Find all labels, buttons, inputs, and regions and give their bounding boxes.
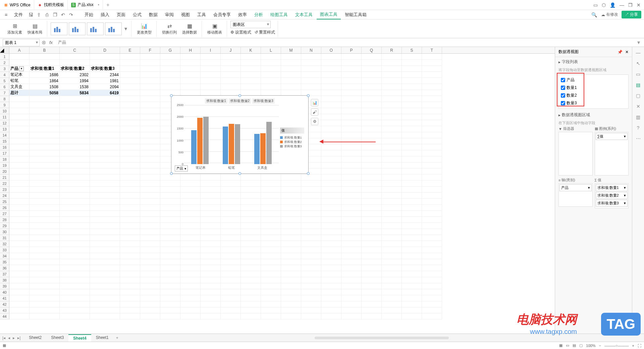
- cell[interactable]: [30, 54, 60, 60]
- minimize-icon[interactable]: —: [620, 2, 624, 8]
- cell[interactable]: [120, 211, 140, 217]
- menu-file[interactable]: 文件: [11, 10, 26, 19]
- cell[interactable]: [261, 271, 281, 277]
- cell[interactable]: [261, 241, 281, 247]
- cell[interactable]: [402, 271, 422, 277]
- cell[interactable]: [362, 84, 382, 90]
- cell[interactable]: [140, 84, 160, 90]
- cell[interactable]: [382, 78, 402, 84]
- cell[interactable]: [281, 247, 301, 253]
- cell[interactable]: [90, 114, 120, 120]
- cell[interactable]: [60, 126, 90, 132]
- cell[interactable]: [90, 277, 120, 283]
- cell[interactable]: [341, 199, 362, 205]
- cell[interactable]: [241, 271, 261, 277]
- cell[interactable]: [90, 108, 120, 114]
- cell[interactable]: [281, 54, 301, 60]
- cell[interactable]: [422, 72, 442, 78]
- row-header[interactable]: 22: [0, 181, 9, 187]
- chart-bar[interactable]: [235, 124, 240, 164]
- cell[interactable]: [90, 199, 120, 205]
- cell[interactable]: [9, 114, 30, 120]
- cell[interactable]: [382, 193, 402, 199]
- col-header[interactable]: A: [9, 47, 30, 53]
- cell[interactable]: [382, 150, 402, 156]
- row-header[interactable]: 16: [0, 144, 9, 150]
- sheet-tab[interactable]: Sheet1: [91, 334, 113, 342]
- cell[interactable]: [221, 66, 241, 72]
- cell[interactable]: [422, 60, 442, 66]
- cell[interactable]: [9, 199, 30, 205]
- cell[interactable]: [402, 235, 422, 241]
- cell[interactable]: [261, 277, 281, 283]
- cell[interactable]: [160, 301, 180, 307]
- cell[interactable]: [362, 181, 382, 187]
- cell[interactable]: [30, 60, 60, 66]
- cell[interactable]: [60, 193, 90, 199]
- cell[interactable]: [321, 199, 341, 205]
- cell[interactable]: [382, 132, 402, 138]
- cell[interactable]: 1508: [30, 84, 60, 90]
- cell[interactable]: [180, 295, 201, 301]
- col-header[interactable]: O: [321, 47, 341, 53]
- cell[interactable]: [201, 84, 221, 90]
- cell[interactable]: [362, 72, 382, 78]
- close-panel-icon[interactable]: ✕: [625, 50, 629, 54]
- cell[interactable]: [341, 211, 362, 217]
- cell[interactable]: [180, 199, 201, 205]
- properties-icon[interactable]: ▢: [635, 93, 641, 99]
- cell[interactable]: [261, 199, 281, 205]
- cell[interactable]: 求和项:数量2: [60, 66, 90, 72]
- cell[interactable]: [362, 217, 382, 223]
- cell[interactable]: [30, 168, 60, 174]
- cell[interactable]: [402, 199, 422, 205]
- filter-area[interactable]: [558, 132, 593, 176]
- cell[interactable]: [30, 271, 60, 277]
- cell[interactable]: [90, 181, 120, 187]
- cell[interactable]: [261, 54, 281, 60]
- cell[interactable]: [402, 168, 422, 174]
- cell[interactable]: [321, 211, 341, 217]
- row-header[interactable]: 10: [0, 108, 9, 114]
- cell[interactable]: [201, 211, 221, 217]
- cell[interactable]: [382, 241, 402, 247]
- cell[interactable]: [160, 289, 180, 295]
- cell[interactable]: [321, 156, 341, 162]
- row-header[interactable]: 15: [0, 138, 9, 144]
- cell[interactable]: 1538: [60, 84, 90, 90]
- cell[interactable]: [341, 265, 362, 271]
- cell[interactable]: [60, 181, 90, 187]
- col-header[interactable]: K: [241, 47, 261, 53]
- cell[interactable]: [9, 217, 30, 223]
- cell[interactable]: [180, 235, 201, 241]
- cell[interactable]: [30, 313, 60, 319]
- sheet-tab[interactable]: Sheet3: [46, 334, 68, 342]
- cell[interactable]: [180, 211, 201, 217]
- cell[interactable]: [341, 271, 362, 277]
- cell[interactable]: [422, 108, 442, 114]
- cell[interactable]: [160, 271, 180, 277]
- cell[interactable]: [120, 126, 140, 132]
- legend-area-item[interactable]: ∑值▾: [596, 133, 628, 140]
- cell[interactable]: [9, 126, 30, 132]
- cell[interactable]: [382, 144, 402, 150]
- cell[interactable]: [321, 307, 341, 313]
- cell[interactable]: [221, 174, 241, 181]
- cell[interactable]: [120, 259, 140, 265]
- save-icon[interactable]: 🖫: [28, 11, 34, 18]
- cell[interactable]: [382, 54, 402, 60]
- cell[interactable]: [120, 187, 140, 193]
- cell[interactable]: [180, 54, 201, 60]
- cell[interactable]: [422, 187, 442, 193]
- cell[interactable]: [60, 199, 90, 205]
- menu-item[interactable]: 效率: [235, 10, 250, 19]
- cell[interactable]: [221, 223, 241, 229]
- cell[interactable]: [301, 187, 321, 193]
- cell[interactable]: [201, 217, 221, 223]
- cell[interactable]: [90, 217, 120, 223]
- cell[interactable]: [261, 289, 281, 295]
- cell[interactable]: [321, 120, 341, 126]
- cell[interactable]: [382, 181, 402, 187]
- cell[interactable]: [90, 271, 120, 277]
- cell[interactable]: [281, 181, 301, 187]
